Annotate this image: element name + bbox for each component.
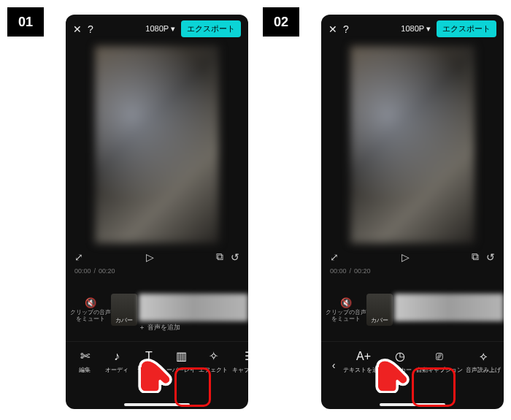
play-button[interactable]: ▷ [83,251,216,263]
scissors-icon: ✄ [69,349,101,363]
export-button[interactable]: エクスポート [437,20,496,37]
top-bar: ✕ ? 1080P ▾ エクスポート [321,15,504,43]
video-preview[interactable] [350,46,474,243]
tool-add-text[interactable]: A+テキストを追加 [343,350,384,374]
mute-icon: 🔇 [70,298,111,308]
home-indicator [124,403,190,406]
video-preview[interactable] [95,46,219,243]
close-icon[interactable]: ✕ [328,23,337,35]
text-icon: T [133,350,165,363]
resolution-button[interactable]: 1080P ▾ [145,24,175,34]
timeline[interactable]: 🔇 クリップの音声 をミュート カバー ＋ 音声を追加 [66,285,248,342]
tool-caption[interactable]: ☷キャプション [229,349,248,374]
main-toolbar: ✄編集 ♪オーディ Tテキスト ▥ーバーレイ ✧エフェクト ☷キャプション ▥テ… [66,342,248,378]
step-badge-02: 02 [263,7,299,37]
text-toolbar: ‹ A+テキストを追加 ◷テッカー ⎚自動キャプション ⟡音声読み上げ ▥テキス… [321,342,504,378]
playback-controls: ⤢ ▷ ⧉ ↺ [321,246,504,267]
tool-audio[interactable]: ♪オーディ [101,350,133,374]
clip-mute-button[interactable]: 🔇 クリップの音声 をミュート [70,298,111,323]
clock-icon: ◷ [384,349,416,363]
overlay-icon: ▥ [165,349,197,363]
time-current: 00:00 [74,267,91,275]
undo-icon[interactable]: ↺ [231,251,239,263]
clip-cover-thumb[interactable]: カバー [366,294,393,326]
time-current: 00:00 [330,267,347,275]
fullscreen-icon[interactable]: ⤢ [330,251,339,263]
tool-text[interactable]: Tテキスト [133,350,165,374]
tool-sticker[interactable]: ◷テッカー [384,349,416,374]
toolbar-back[interactable]: ‹ [324,359,343,374]
close-icon[interactable]: ✕ [73,23,82,35]
add-audio-button[interactable]: ＋ 音声を追加 [139,323,180,332]
auto-caption-icon: ⎚ [416,350,463,363]
clip-cover-thumb[interactable]: カバー [111,294,137,326]
fullscreen-icon[interactable]: ⤢ [74,251,83,263]
time-total: 00:20 [354,267,371,275]
speech-icon: ⟡ [463,350,504,363]
time-readout: 00:00 / 00:20 [66,267,248,275]
copy-icon[interactable]: ⧉ [472,251,479,263]
editor-screen-2: ✕ ? 1080P ▾ エクスポート ⤢ ▷ ⧉ ↺ 00:00 / 00:20… [321,15,504,409]
editor-screen-1: ✕ ? 1080P ▾ エクスポート ⤢ ▷ ⧉ ↺ 00:00 / 00:20… [66,15,248,409]
tool-effect[interactable]: ✧エフェクト [197,349,229,374]
clip-track[interactable] [394,294,504,321]
time-readout: 00:00 / 00:20 [321,267,504,275]
help-icon[interactable]: ? [343,23,349,35]
export-button[interactable]: エクスポート [181,20,241,37]
tool-overlay[interactable]: ▥ーバーレイ [165,349,197,374]
resolution-button[interactable]: 1080P ▾ [401,24,431,34]
top-bar: ✕ ? 1080P ▾ エクスポート [66,15,248,43]
playback-controls: ⤢ ▷ ⧉ ↺ [66,246,248,267]
play-button[interactable]: ▷ [339,251,472,263]
tool-auto-caption[interactable]: ⎚自動キャプション [416,350,463,374]
tool-read-aloud[interactable]: ⟡音声読み上げ [463,350,504,374]
star-icon: ✧ [197,349,229,363]
timeline[interactable]: 🔇 クリップの音声 をミュート カバー [321,285,504,342]
clip-track[interactable] [139,294,248,321]
add-text-icon: A+ [343,350,384,363]
caption-icon: ☷ [229,349,248,363]
copy-icon[interactable]: ⧉ [216,251,223,263]
tool-edit[interactable]: ✄編集 [69,349,101,374]
mute-icon: 🔇 [326,298,366,308]
home-indicator [380,403,445,406]
undo-icon[interactable]: ↺ [486,251,495,263]
note-icon: ♪ [101,350,133,363]
help-icon[interactable]: ? [88,23,93,35]
step-badge-01: 01 [7,7,44,37]
chevron-left-icon: ‹ [324,359,343,371]
time-total: 00:20 [99,267,115,275]
clip-mute-button[interactable]: 🔇 クリップの音声 をミュート [326,298,366,323]
